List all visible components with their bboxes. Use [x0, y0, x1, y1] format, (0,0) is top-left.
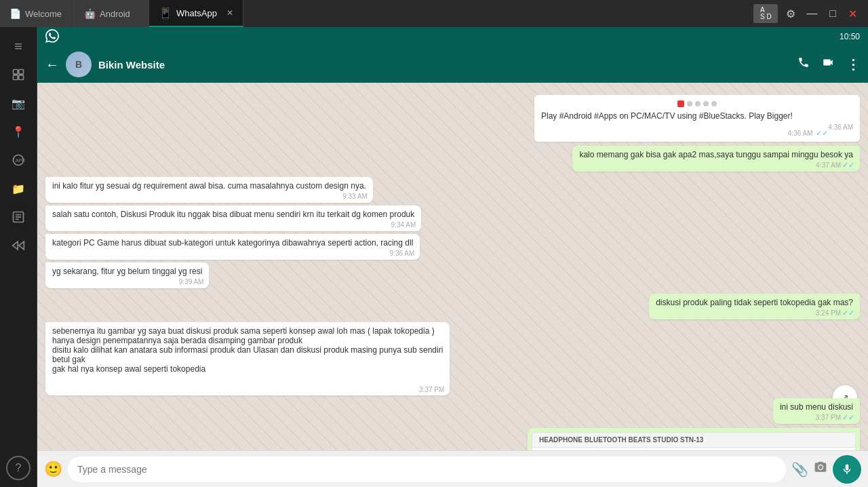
msg-text-3: kategori PC Game harus dibuat sub-katego… — [52, 238, 413, 248]
tab-ulasan[interactable]: Ulasan (21) — [598, 448, 648, 450]
more-options-button[interactable]: ⋮ — [846, 56, 860, 73]
sidebar: ≡ 📷 📍 APK 📁 — [0, 27, 37, 487]
msg-row-3: kategori PC Game harus dibuat sub-katego… — [37, 233, 868, 261]
tab-whatsapp-label: WhatsApp — [176, 8, 217, 18]
sidebar-icon-notes[interactable] — [6, 205, 31, 229]
msg-bubble-6: sebenernya itu gambar yg saya buat disku… — [45, 322, 450, 395]
maximize-button[interactable]: □ — [824, 5, 842, 22]
page-dot-3-top — [695, 101, 701, 106]
msg-check-5: ✓✓ — [842, 309, 854, 317]
msg-text-2: salah satu contoh, Diskusi Produk itu ng… — [52, 210, 414, 219]
msg-row-1: ini kalo fitur yg sesuai dg requirement … — [37, 176, 868, 204]
msg-text-4: yg sekarang, fitur yg belum tinggal yg r… — [52, 267, 202, 276]
sidebar-icon-camera[interactable]: 📷 — [6, 91, 31, 115]
back-button[interactable]: ← — [45, 57, 59, 73]
sidebar-icon-layers[interactable] — [6, 62, 31, 87]
tab-welcome[interactable]: 📄 Welcome — [0, 0, 75, 27]
chat-contact-name: Bikin Website — [98, 59, 791, 71]
tab-whatsapp[interactable]: 📱 WhatsApp ✕ — [149, 0, 243, 27]
wa-logo-icon — [45, 29, 59, 45]
chat-input-area: 🙂 📎 — [37, 450, 868, 487]
mic-button[interactable] — [833, 455, 861, 484]
svg-text:APK: APK — [16, 157, 25, 163]
chat-header: ← B Bikin Website ⋮ — [37, 46, 868, 83]
ad-check-icon: ✓✓ — [816, 129, 828, 137]
msg-bubble-1: ini kalo fitur yg sesuai dg requirement … — [45, 177, 373, 203]
minimize-button[interactable]: — — [801, 5, 823, 22]
msg-time-1: 9:33 AM — [342, 193, 368, 200]
msg-text-5: diskusi produk paling tidak seperti toko… — [656, 298, 853, 307]
product-card-inner: HEADPHONE BLUETOOTH BEATS STUDIO STN-13 … — [532, 432, 856, 450]
product-tabs: Informasi Produk Ulasan (21) Diskusi Pro… — [532, 448, 855, 450]
msg-row-5: diskusi produk paling tidak seperti toko… — [37, 292, 868, 321]
settings-icon[interactable]: ⚙ — [782, 5, 800, 23]
msg-row-7: ini sub menu diskusi 3:37 PM ✓✓ — [37, 397, 868, 427]
keyboard-icon: AS D — [753, 4, 778, 23]
page-dot-4-top — [703, 101, 709, 106]
svg-marker-11 — [19, 241, 24, 250]
product-card-title: HEADPHONE BLUETOOTH BEATS STUDIO STN-13 — [532, 433, 855, 448]
msg-bubble-7: ini sub menu diskusi 3:37 PM ✓✓ — [773, 398, 860, 424]
msg-text-7: ini sub menu diskusi — [780, 402, 853, 412]
svg-rect-1 — [19, 70, 24, 75]
ad-banner-block: Play #Android #Apps on PC/MAC/TV using #… — [534, 95, 860, 142]
camera-button[interactable] — [814, 461, 827, 478]
sidebar-icon-help[interactable]: ? — [6, 456, 31, 480]
ad-reply-check: ✓✓ — [842, 161, 854, 170]
msg-text-1: ini kalo fitur yg sesuai dg requirement … — [52, 181, 366, 191]
page-dot-5-top — [711, 101, 717, 106]
msg-bubble-5: diskusi produk paling tidak seperti toko… — [649, 294, 860, 319]
ad-reply-time: 4:37 AM — [816, 161, 841, 169]
tab-android-label: Android — [100, 9, 130, 19]
chat-header-info: Bikin Website — [98, 59, 791, 71]
product-card-bubble: HEADPHONE BLUETOOTH BEATS STUDIO STN-13 … — [528, 428, 860, 450]
ad-time: 4:36 AM — [828, 123, 853, 131]
page-dot-2-top — [687, 101, 692, 106]
msg-row-4: yg sekarang, fitur yg belum tinggal yg r… — [37, 261, 868, 292]
tab-info-produk[interactable]: Informasi Produk — [532, 448, 598, 450]
chat-body: Play #Android #Apps on PC/MAC/TV using #… — [37, 83, 868, 450]
video-call-button[interactable] — [822, 56, 834, 73]
whatsapp-container: 10:50 ← B Bikin Website ⋮ — [37, 27, 868, 487]
sidebar-icon-media[interactable] — [6, 233, 31, 258]
ad-reply-bubble: kalo memang gak bisa gak apa2 mas,saya t… — [572, 146, 860, 172]
msg-time-5: 3:24 PM — [816, 309, 841, 317]
msg-bubble-4: yg sekarang, fitur yg belum tinggal yg r… — [45, 262, 209, 288]
msg-time-4: 9:39 AM — [179, 278, 204, 286]
tab-whatsapp-icon: 📱 — [159, 7, 172, 20]
contact-avatar: B — [66, 52, 92, 77]
attach-button[interactable]: 📎 — [791, 461, 808, 478]
tab-welcome-icon: 📄 — [9, 8, 21, 19]
ad-time-text: 4:36 AM — [788, 130, 813, 137]
chat-header-actions: ⋮ — [797, 56, 860, 73]
wa-status-bar: 10:50 — [37, 27, 868, 46]
sidebar-icon-menu[interactable]: ≡ — [6, 34, 31, 58]
emoji-button[interactable]: 🙂 — [44, 461, 62, 478]
svg-rect-0 — [14, 70, 18, 75]
sidebar-icon-apk[interactable]: APK — [6, 148, 31, 172]
msg-check-7: ✓✓ — [842, 413, 854, 422]
svg-rect-2 — [14, 75, 18, 80]
tab-android[interactable]: 🤖 Android — [75, 0, 149, 27]
tab-android-icon: 🤖 — [84, 8, 96, 19]
msg-time-3: 9:36 AM — [390, 250, 415, 257]
msg-time-6: 3:37 PM — [419, 386, 444, 393]
voice-call-button[interactable] — [797, 56, 810, 73]
ad-text: Play #Android #Apps on PC/MAC/TV using #… — [541, 111, 853, 130]
message-input[interactable] — [68, 456, 786, 482]
tab-whatsapp-close[interactable]: ✕ — [226, 8, 233, 18]
tab-welcome-label: Welcome — [25, 9, 62, 19]
msg-row-6: sebenernya itu gambar yg saya buat disku… — [37, 321, 602, 397]
page-dot-1-top — [677, 100, 684, 107]
msg-time-7: 3:37 PM — [816, 414, 841, 421]
msg-bubble-3: kategori PC Game harus dibuat sub-katego… — [45, 234, 420, 260]
tab-diskusi[interactable]: Diskusi Produk (5) — [647, 448, 720, 450]
close-button[interactable]: ✕ — [843, 5, 863, 23]
svg-rect-3 — [19, 75, 24, 80]
svg-marker-10 — [13, 241, 18, 250]
msg-time-2: 9:34 AM — [391, 221, 416, 229]
status-bar-time: 10:50 — [840, 32, 860, 41]
sidebar-icon-folder[interactable]: 📁 — [6, 176, 31, 201]
ad-reply-text: kalo memang gak bisa gak apa2 mas,saya t… — [579, 150, 853, 159]
sidebar-icon-location[interactable]: 📍 — [6, 119, 31, 144]
